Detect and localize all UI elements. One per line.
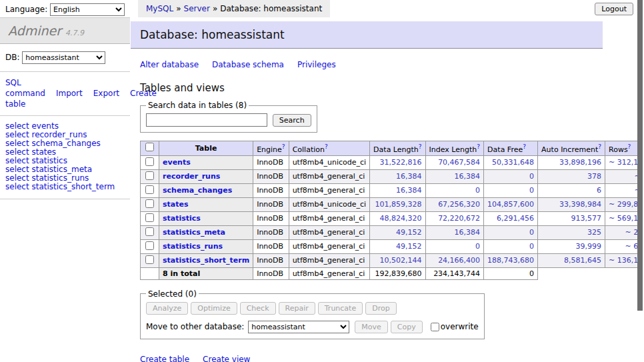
column-help-link[interactable]: ? — [419, 143, 422, 150]
copy-button[interactable]: Copy — [391, 321, 423, 333]
overwrite-checkbox[interactable] — [431, 323, 439, 331]
table-name-link[interactable]: events — [163, 158, 191, 167]
data-length-cell-link[interactable]: 101,859,328 — [375, 200, 422, 209]
index-length-cell-link[interactable]: 72,220,672 — [438, 214, 480, 223]
table-name-link[interactable]: states — [163, 200, 189, 209]
row-checkbox[interactable] — [145, 171, 154, 180]
sidebar-table-link[interactable]: select schema_changes — [5, 139, 101, 148]
sidebar-table-link[interactable]: select statistics_short_term — [5, 182, 115, 191]
sidebar-action-link[interactable]: Export — [93, 89, 119, 98]
search-input[interactable] — [146, 113, 267, 127]
auto-increment-cell-link[interactable]: 39,999 — [576, 242, 602, 251]
auto-increment-cell-link[interactable]: 33,398,984 — [559, 200, 601, 209]
scrollbar[interactable] — [637, 0, 644, 362]
auto-increment-cell-link[interactable]: 378 — [587, 172, 601, 181]
data-free-cell-link[interactable]: 0 — [529, 172, 534, 181]
data-length-cell-link[interactable]: 49,152 — [396, 228, 422, 237]
truncate-button[interactable]: Truncate — [318, 302, 363, 315]
select-all-checkbox[interactable] — [145, 143, 154, 151]
auto-increment-cell-link[interactable]: 913,577 — [571, 214, 602, 223]
data-length-cell-link[interactable]: 16,384 — [396, 186, 422, 195]
data-length-cell-link[interactable]: 16,384 — [396, 172, 422, 181]
table-name-link[interactable]: statistics — [163, 214, 201, 223]
auto-increment-cell-link[interactable]: 6 — [597, 186, 601, 195]
data-length-cell-link[interactable]: 31,522,816 — [380, 158, 422, 167]
table-name-cell: events — [159, 155, 253, 169]
data-free-cell-link[interactable]: 50,331,648 — [492, 158, 534, 167]
row-checkbox[interactable] — [145, 157, 154, 166]
search-button[interactable]: Search — [273, 114, 311, 127]
data-free-cell-link[interactable]: 0 — [529, 186, 534, 195]
sidebar-table-link[interactable]: select statistics_runs — [5, 173, 89, 183]
analyze-button[interactable]: Analyze — [146, 302, 188, 315]
sidebar-table-link[interactable]: select recorder_runs — [5, 130, 87, 139]
table-row: statisticsInnoDButf8mb4_general_ci48,824… — [141, 211, 644, 225]
check-button[interactable]: Check — [240, 302, 276, 315]
optimize-button[interactable]: Optimize — [191, 302, 237, 315]
move-button[interactable]: Move — [355, 321, 388, 333]
row-checkbox[interactable] — [145, 213, 154, 222]
create-link[interactable]: Create table — [140, 355, 189, 362]
scrollbar-thumb[interactable] — [637, 0, 643, 311]
column-help-link[interactable]: ? — [523, 143, 526, 150]
logout-button[interactable]: Logout — [595, 3, 633, 15]
table-name-link[interactable]: statistics_short_term — [163, 256, 249, 265]
index-length-cell: 70,467,584 — [425, 155, 484, 169]
row-checkbox[interactable] — [145, 227, 154, 236]
engine-cell: InnoDB — [253, 211, 289, 225]
db-label: DB: — [5, 53, 20, 62]
db-select[interactable]: homeassistant — [22, 51, 105, 64]
sidebar-table-link[interactable]: select states — [5, 147, 56, 157]
data-free-cell-link[interactable]: 0 — [529, 242, 534, 251]
data-length-cell-link[interactable]: 49,152 — [396, 242, 422, 251]
table-name-link[interactable]: statistics_meta — [163, 228, 225, 237]
data-length-cell-link[interactable]: 10,502,144 — [380, 256, 422, 265]
breadcrumb-server-link[interactable]: Server — [184, 4, 210, 13]
data-free-cell-link[interactable]: 0 — [529, 228, 534, 237]
column-help-link[interactable]: ? — [325, 143, 328, 150]
data-free-cell-link[interactable]: 188,743,680 — [487, 256, 534, 265]
data-free-cell-link[interactable]: 6,291,456 — [497, 214, 534, 223]
collation-cell: utf8mb4_general_ci — [289, 211, 369, 225]
index-length-cell-link[interactable]: 24,166,400 — [438, 256, 480, 265]
table-row: schema_changesInnoDButf8mb4_general_ci16… — [141, 183, 644, 197]
sidebar-table-link[interactable]: select statistics — [5, 156, 67, 165]
data-free-cell-link[interactable]: 104,857,600 — [487, 200, 534, 209]
selected-fieldset: Selected (0) AnalyzeOptimizeCheckRepairT… — [140, 289, 485, 339]
breadcrumb-mysql-link[interactable]: MySQL — [146, 4, 173, 13]
index-length-cell-link[interactable]: 67,256,320 — [438, 200, 480, 209]
sidebar-action-link[interactable]: SQL command — [5, 78, 45, 98]
auto-increment-cell-link[interactable]: 325 — [587, 228, 601, 237]
database-action-link[interactable]: Alter database — [140, 60, 199, 69]
repair-button[interactable]: Repair — [279, 302, 315, 315]
sidebar-table-link[interactable]: select statistics_meta — [5, 165, 92, 174]
engine-cell: InnoDB — [253, 197, 289, 211]
create-link[interactable]: Create view — [203, 355, 250, 362]
database-action-link[interactable]: Database schema — [212, 60, 284, 69]
auto-increment-cell-link[interactable]: 33,898,196 — [559, 158, 601, 167]
row-checkbox[interactable] — [145, 255, 154, 264]
index-length-cell-link[interactable]: 16,384 — [455, 228, 481, 237]
database-action-link[interactable]: Privileges — [297, 60, 336, 69]
table-name-link[interactable]: recorder_runs — [163, 172, 220, 181]
table-name-link[interactable]: schema_changes — [163, 186, 232, 195]
data-length-cell-link[interactable]: 48,824,320 — [380, 214, 422, 223]
auto-increment-cell-link[interactable]: 8,581,645 — [564, 256, 601, 265]
column-help-link[interactable]: ? — [628, 143, 631, 150]
table-name-link[interactable]: statistics_runs — [163, 242, 223, 251]
row-checkbox[interactable] — [145, 185, 154, 194]
row-checkbox[interactable] — [145, 241, 154, 250]
index-length-cell-link[interactable]: 0 — [475, 186, 480, 195]
column-help-link[interactable]: ? — [598, 143, 601, 150]
sidebar-action-link[interactable]: Import — [56, 89, 83, 98]
index-length-cell-link[interactable]: 70,467,584 — [438, 158, 480, 167]
index-length-cell-link[interactable]: 0 — [475, 242, 480, 251]
move-db-select[interactable]: homeassistant — [248, 321, 349, 333]
column-help-link[interactable]: ? — [282, 143, 285, 150]
index-length-cell-link[interactable]: 16,384 — [455, 172, 481, 181]
row-checkbox[interactable] — [145, 199, 154, 208]
sidebar-table-link[interactable]: select events — [5, 121, 59, 131]
column-help-link[interactable]: ? — [477, 143, 480, 150]
language-select[interactable]: English — [50, 3, 125, 16]
drop-button[interactable]: Drop — [365, 302, 396, 315]
